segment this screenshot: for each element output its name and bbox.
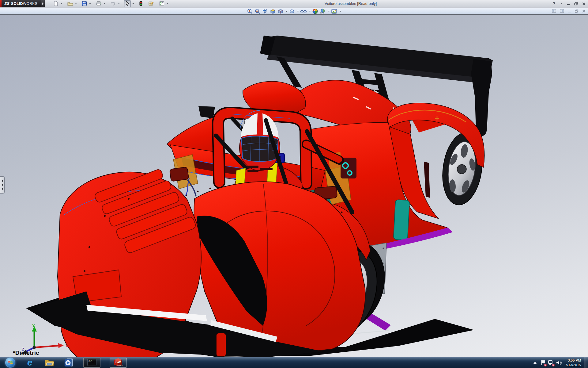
- new-dropdown-caret[interactable]: [61, 3, 62, 4]
- view-settings-icon: [331, 8, 337, 14]
- logo-red-accent: [0, 0, 2, 7]
- close-button[interactable]: [582, 2, 586, 6]
- taskbar-internet-explorer[interactable]: e: [24, 357, 35, 368]
- view-settings-caret[interactable]: [339, 11, 341, 12]
- zoom-to-area-button[interactable]: [254, 8, 261, 14]
- hide-show-items-caret[interactable]: [309, 11, 311, 12]
- taskbar-windows-explorer[interactable]: [44, 357, 55, 368]
- volume-icon[interactable]: [555, 358, 563, 367]
- undo-button[interactable]: [110, 0, 116, 7]
- zoom-to-fit-icon: [247, 8, 253, 14]
- folder-icon: [44, 358, 54, 366]
- view-orientation-icon: [277, 8, 284, 14]
- restore-icon: [574, 2, 578, 6]
- title-bar: ЗS SOLIDWORKS: [0, 0, 588, 7]
- flyout-arrow-icon: [42, 2, 43, 5]
- taskbar-command-prompt[interactable]: C:\_: [83, 358, 100, 368]
- doc-close-button[interactable]: [582, 9, 586, 14]
- section-view-icon: [270, 8, 276, 14]
- feature-manager-flyout-tab[interactable]: [0, 176, 5, 194]
- expand-right-pane-button[interactable]: [560, 9, 564, 14]
- view-settings-button[interactable]: [331, 8, 337, 14]
- clock-time: 3:55 PM: [565, 358, 581, 363]
- doc-restore-button[interactable]: [575, 9, 579, 14]
- save-icon: [82, 1, 87, 6]
- new-document-button[interactable]: [53, 0, 59, 7]
- hide-show-items-button[interactable]: [300, 8, 307, 14]
- expand-left-pane-icon: [552, 9, 556, 13]
- new-document-icon: [53, 1, 58, 6]
- svg-text:SW: SW: [115, 360, 121, 364]
- graphics-area[interactable]: Y X Z *Dimetric: [0, 15, 588, 357]
- clock-date: 7/13/2015: [565, 363, 581, 367]
- display-style-icon: [289, 8, 295, 14]
- display-style-caret[interactable]: [297, 11, 299, 12]
- flyout-left-arrow-icon: [2, 188, 3, 190]
- model-canvas[interactable]: [0, 15, 588, 357]
- taskbar-clock[interactable]: 3:55 PM 7/13/2015: [565, 358, 581, 367]
- zoom-to-fit-button[interactable]: [247, 8, 253, 14]
- save-button[interactable]: [81, 0, 88, 7]
- help-button[interactable]: ?: [552, 1, 555, 6]
- open-icon: [67, 1, 73, 6]
- windows-start-orb-icon: [5, 358, 15, 368]
- expand-right-pane-icon: [560, 9, 564, 13]
- edit-appearance-button[interactable]: [312, 8, 318, 14]
- zoom-to-area-icon: [254, 8, 261, 14]
- apply-scene-caret[interactable]: [328, 11, 330, 12]
- select-tool-button[interactable]: [124, 0, 131, 7]
- internet-explorer-icon: e: [27, 358, 32, 367]
- save-dropdown-caret[interactable]: [89, 3, 91, 4]
- file-properties-button[interactable]: [148, 0, 154, 7]
- flyout-left-arrow-icon: [2, 180, 3, 182]
- svg-text:2015: 2015: [117, 364, 123, 367]
- hidden-icons-arrow-icon: [533, 361, 537, 364]
- menu-flyout-arrow[interactable]: [41, 0, 45, 7]
- doc-close-icon: [582, 10, 586, 13]
- network-status-icon[interactable]: ✕: [547, 358, 555, 367]
- options-button[interactable]: [159, 0, 165, 7]
- minimize-button[interactable]: [567, 2, 570, 6]
- apply-scene-button[interactable]: [319, 8, 326, 14]
- system-tray: ✕ ✕ 3:55 PM 7/13/2015: [531, 357, 588, 368]
- select-dropdown-caret[interactable]: [132, 3, 134, 4]
- restore-button[interactable]: [574, 2, 578, 6]
- options-dropdown-caret[interactable]: [167, 3, 168, 4]
- svg-text:C:\_: C:\_: [89, 360, 94, 362]
- expand-left-pane-button[interactable]: [552, 9, 556, 14]
- print-button[interactable]: [95, 0, 102, 7]
- view-orientation-caret[interactable]: [286, 11, 288, 12]
- window-controls: ?: [552, 0, 586, 7]
- rebuild-button[interactable]: [138, 0, 143, 7]
- taskbar-media-player[interactable]: [64, 357, 74, 368]
- previous-view-button[interactable]: [262, 8, 269, 14]
- taskbar-solidworks[interactable]: SW 2015: [110, 358, 127, 368]
- print-dropdown-caret[interactable]: [104, 3, 105, 4]
- help-dropdown-caret[interactable]: [560, 3, 562, 4]
- doc-minimize-button[interactable]: [568, 9, 571, 14]
- open-button[interactable]: [67, 0, 74, 7]
- triad-y-label: Y: [32, 324, 35, 328]
- window-title: Voiture assomblee [Read-only]: [325, 0, 377, 7]
- show-desktop-button[interactable]: [584, 357, 588, 368]
- document-bar: [0, 8, 588, 15]
- previous-view-icon: [262, 8, 268, 14]
- edit-appearance-icon: [312, 8, 318, 14]
- open-dropdown-caret[interactable]: [75, 3, 77, 4]
- view-orientation-button[interactable]: [277, 8, 284, 14]
- show-hidden-icons-button[interactable]: [531, 358, 539, 367]
- start-button[interactable]: [5, 357, 15, 368]
- logo-wordmark: SOLIDWORKS: [11, 2, 37, 6]
- undo-icon: [110, 1, 116, 6]
- network-disconnected-badge: ✕: [552, 364, 555, 366]
- display-style-button[interactable]: [288, 8, 295, 14]
- undo-dropdown-caret[interactable]: [118, 3, 120, 4]
- view-orientation-label: *Dimetric: [13, 350, 39, 356]
- flyout-left-arrow-icon: [2, 184, 3, 186]
- action-center-icon[interactable]: ✕: [539, 358, 547, 367]
- logo-3s-glyph: ЗS: [4, 1, 9, 6]
- minimize-icon: [567, 2, 570, 6]
- media-player-icon: [64, 358, 74, 367]
- section-view-button[interactable]: [270, 8, 276, 14]
- solidworks-logo[interactable]: ЗS SOLIDWORKS: [0, 0, 41, 7]
